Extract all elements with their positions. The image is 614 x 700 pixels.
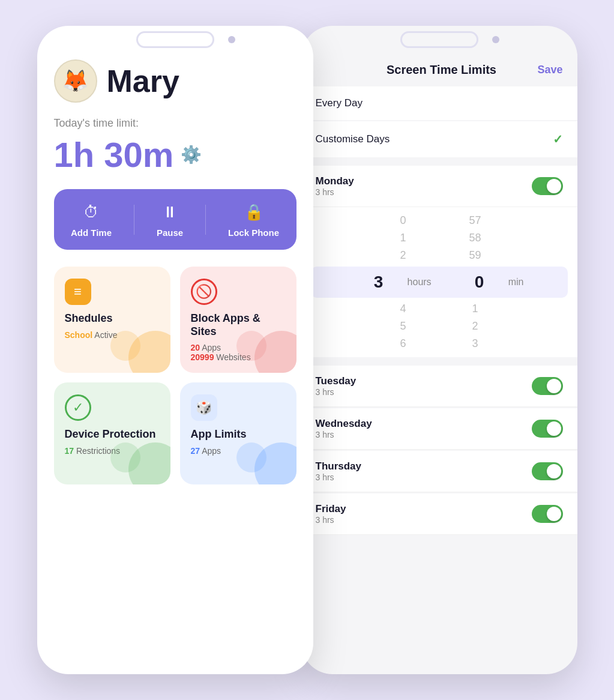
- left-notch: [37, 26, 313, 47]
- tuesday-info: Tuesday 3 hrs: [316, 375, 357, 397]
- picker-mins-below-2: 2: [457, 320, 493, 333]
- schedules-badge: School: [65, 330, 93, 340]
- protection-icon: ✓: [65, 394, 91, 421]
- card-deco2: [110, 331, 140, 361]
- screen-title: Screen Time Limits: [387, 63, 496, 77]
- divider: [134, 205, 134, 235]
- picker-hours-above-1: 0: [385, 214, 421, 227]
- card-deco2-green: [110, 442, 140, 472]
- apps-count: 20: [191, 343, 200, 352]
- lock-phone-button[interactable]: 🔒 Lock Phone: [228, 201, 279, 238]
- picker-mins-above-3: 59: [457, 249, 493, 262]
- picker-hours-above-3: 2: [385, 249, 421, 262]
- picker-mins-above-2: 58: [457, 232, 493, 244]
- thursday-row[interactable]: Thursday 3 hrs: [301, 451, 577, 492]
- profile-header: 🦊 Mary: [54, 59, 296, 103]
- day-options-group: Every Day Customise Days ✓: [301, 86, 577, 157]
- time-limit-value: 1h 30m ⚙️: [54, 134, 296, 175]
- picker-selected-row: 3 hours 0 min: [311, 267, 568, 298]
- every-day-option[interactable]: Every Day: [301, 86, 577, 120]
- picker-mins-selected: 0 min: [456, 273, 524, 292]
- right-notch-camera: [492, 36, 499, 43]
- pause-icon: ⏸: [159, 201, 181, 223]
- friday-label: Friday: [316, 503, 346, 515]
- picker-hours-selected: 3 hours: [355, 273, 432, 292]
- save-button[interactable]: Save: [537, 64, 562, 76]
- app-limits-card[interactable]: 🎲 App Limits 27 Apps: [180, 382, 296, 484]
- thursday-hours: 3 hrs: [316, 472, 362, 482]
- tuesday-hours: 3 hrs: [316, 387, 357, 397]
- app-limits-count: 27: [191, 446, 200, 456]
- friday-info: Friday 3 hrs: [316, 503, 346, 525]
- monday-section: Monday 3 hrs 0 57 1 58: [301, 166, 577, 357]
- action-bar: ⏱ Add Time ⏸ Pause 🔒 Lock Phone: [54, 189, 296, 250]
- picker-below-row2: 5 2: [301, 318, 577, 335]
- thursday-label: Thursday: [316, 460, 362, 472]
- notch-camera: [228, 36, 235, 43]
- tuesday-row[interactable]: Tuesday 3 hrs: [301, 366, 577, 407]
- picker-hours-below-3: 6: [385, 337, 421, 350]
- app-limits-label: Apps: [202, 446, 221, 456]
- apps-label: Apps: [202, 343, 221, 352]
- monday-label: Monday: [316, 175, 354, 187]
- picker-below-row1: 4 1: [301, 300, 577, 318]
- add-time-label: Add Time: [71, 228, 112, 238]
- friday-toggle[interactable]: [532, 505, 563, 523]
- right-notch: [301, 26, 577, 47]
- thursday-info: Thursday 3 hrs: [316, 460, 362, 482]
- restrictions-count: 17: [65, 446, 74, 456]
- app-limits-icon: 🎲: [191, 394, 217, 421]
- friday-row[interactable]: Friday 3 hrs: [301, 493, 577, 535]
- cards-grid: ≡ Shedules School Active 🚫 Block Apps & …: [54, 267, 296, 484]
- avatar: 🦊: [54, 59, 97, 103]
- checkmark-icon: ✓: [553, 132, 563, 146]
- schedules-title: Shedules: [65, 312, 160, 325]
- right-notch-pill: [400, 31, 478, 48]
- pause-button[interactable]: ⏸ Pause: [157, 201, 183, 238]
- friday-hours: 3 hrs: [316, 515, 346, 525]
- add-time-button[interactable]: ⏱ Add Time: [71, 201, 112, 238]
- wednesday-info: Wednesday 3 hrs: [316, 418, 372, 439]
- thursday-toggle[interactable]: [532, 462, 563, 480]
- schedules-card[interactable]: ≡ Shedules School Active: [54, 267, 170, 373]
- picker-above-row2: 1 58: [301, 229, 577, 247]
- picker-hours-above-2: 1: [385, 232, 421, 244]
- picker-mins-above-1: 57: [457, 214, 493, 227]
- pause-label: Pause: [157, 228, 183, 238]
- wednesday-toggle[interactable]: [532, 420, 563, 438]
- block-icon: 🚫: [191, 279, 217, 305]
- tuesday-label: Tuesday: [316, 375, 357, 387]
- picker-below-row3: 6 3: [301, 335, 577, 352]
- divider2: [205, 205, 206, 235]
- block-apps-card[interactable]: 🚫 Block Apps & Sites 20 Apps 20999 Websi…: [180, 267, 296, 373]
- lock-icon: 🔒: [243, 201, 265, 223]
- picker-mins-below-1: 1: [457, 303, 493, 315]
- picker-mins-below-3: 3: [457, 337, 493, 350]
- card-deco2-blue: [236, 442, 266, 472]
- app-limits-title: App Limits: [191, 428, 286, 441]
- phones-container: 🦊 Mary Today's time limit: 1h 30m ⚙️ ⏱ A…: [19, 8, 595, 692]
- tuesday-toggle[interactable]: [532, 377, 563, 395]
- hours-unit: hours: [408, 277, 432, 288]
- lock-phone-label: Lock Phone: [228, 228, 279, 238]
- picker-hours-below-2: 5: [385, 320, 421, 333]
- customise-days-option[interactable]: Customise Days ✓: [301, 121, 577, 157]
- customise-days-label: Customise Days: [316, 133, 390, 145]
- monday-toggle[interactable]: [532, 177, 563, 195]
- mins-unit: min: [508, 277, 524, 288]
- profile-name: Mary: [107, 65, 179, 97]
- wednesday-label: Wednesday: [316, 418, 372, 430]
- picker-hours-below-1: 4: [385, 303, 421, 315]
- monday-info: Monday 3 hrs: [316, 175, 354, 197]
- wednesday-row[interactable]: Wednesday 3 hrs: [301, 408, 577, 450]
- monday-hours: 3 hrs: [316, 187, 354, 197]
- device-protection-card[interactable]: ✓ Device Protection 17 Restrictions: [54, 382, 170, 484]
- notch-pill: [136, 31, 214, 48]
- protection-title: Device Protection: [65, 428, 160, 441]
- monday-row[interactable]: Monday 3 hrs: [301, 166, 577, 207]
- right-phone: Screen Time Limits Save Every Day Custom…: [301, 26, 577, 674]
- time-limit-label: Today's time limit:: [54, 117, 296, 130]
- time-value: 1h 30m: [54, 134, 174, 175]
- right-phone-content: Screen Time Limits Save Every Day Custom…: [301, 47, 577, 535]
- gear-icon[interactable]: ⚙️: [181, 145, 202, 164]
